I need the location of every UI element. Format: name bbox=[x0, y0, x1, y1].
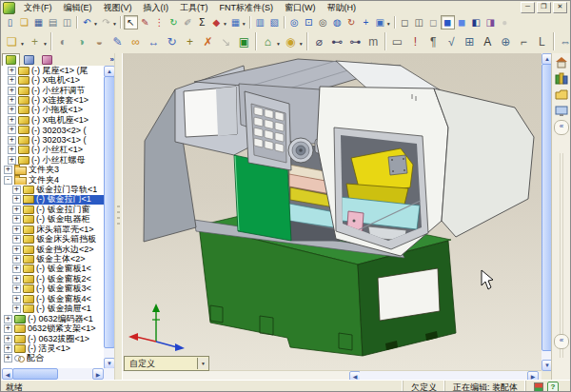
tree-item-8[interactable]: +(-) 小丝杠<1> bbox=[1, 146, 104, 155]
change-suppression-icon[interactable]: ◒ bbox=[90, 32, 108, 50]
save-icon[interactable]: ▦ bbox=[31, 15, 46, 29]
new-document-icon[interactable]: ▯ bbox=[3, 15, 17, 29]
hidden-lines-visible-icon[interactable]: ◫ bbox=[412, 15, 426, 29]
expand-icon[interactable]: + bbox=[8, 106, 16, 114]
tree-item-10[interactable]: +文件夹3 bbox=[1, 165, 104, 174]
tree-vertical-scrollbar[interactable]: ▲ ▼ bbox=[104, 66, 114, 368]
vertical-dimension-icon[interactable]: ⊶ bbox=[346, 32, 364, 50]
expand-icon[interactable]: + bbox=[8, 67, 16, 75]
menu-item-1[interactable]: 编辑(E) bbox=[58, 1, 98, 15]
tree-item-12[interactable]: +钣金拉门导轨<1 bbox=[1, 185, 104, 194]
tree-item-3[interactable]: +(-) X连接套<1> bbox=[1, 95, 104, 105]
design-library-icon[interactable] bbox=[554, 71, 569, 86]
smart-fastener-insert-icon[interactable]: + bbox=[26, 32, 44, 50]
datum-target-icon[interactable]: ⊕ bbox=[497, 32, 515, 50]
tree-item-14[interactable]: +(-) 钣金拉门窗 bbox=[1, 205, 104, 214]
tree-hscroll-thumb[interactable] bbox=[12, 368, 58, 380]
restore-button[interactable]: ❐ bbox=[537, 2, 551, 13]
edit-color-icon[interactable]: ◆ bbox=[209, 15, 224, 29]
expand-icon[interactable]: + bbox=[12, 206, 21, 214]
file-explorer-icon[interactable] bbox=[554, 88, 569, 102]
tree-item-22[interactable]: +(-) 钣金窗板3< bbox=[1, 284, 104, 294]
expand-icon[interactable]: + bbox=[4, 335, 12, 343]
tree-item-1[interactable]: +(-) X电机<1> bbox=[1, 75, 104, 85]
view-palette-icon[interactable] bbox=[554, 104, 569, 118]
shaded-with-edges-icon[interactable]: ◼ bbox=[441, 15, 455, 29]
geometric-tolerance-icon[interactable]: ⊞ bbox=[461, 32, 479, 50]
centerline-icon[interactable]: L bbox=[533, 32, 551, 50]
minimize-button[interactable]: ─ bbox=[521, 2, 535, 13]
expand-icon[interactable]: + bbox=[12, 186, 21, 194]
expand-icon[interactable]: + bbox=[4, 166, 12, 174]
expand-icon[interactable]: + bbox=[12, 195, 21, 204]
stacked-balloon-icon[interactable]: ¶ bbox=[424, 32, 443, 50]
measure-icon[interactable]: ✐ bbox=[181, 15, 195, 29]
tree-item-17[interactable]: +钣金床头箱挡板 bbox=[1, 234, 104, 244]
open-icon[interactable]: ❏ bbox=[17, 15, 31, 29]
solidworks-resources-icon[interactable] bbox=[554, 55, 569, 69]
change-transparency-icon[interactable]: ◑ bbox=[72, 32, 90, 50]
make-drawing-icon[interactable]: ▥ bbox=[253, 15, 267, 29]
menu-item-7[interactable]: 帮助(H) bbox=[322, 1, 363, 15]
make-assembly-icon[interactable]: ▧ bbox=[267, 15, 282, 29]
expand-icon[interactable]: + bbox=[8, 136, 16, 145]
menu-item-3[interactable]: 插入(I) bbox=[138, 1, 175, 15]
quick-tips-icon[interactable]: ? bbox=[547, 382, 559, 392]
interference-detection-icon[interactable]: ▣ bbox=[235, 32, 253, 50]
tree-item-9[interactable]: +(-) 小丝杠螺母 bbox=[1, 155, 104, 165]
collapse-icon[interactable]: - bbox=[4, 176, 12, 185]
featuremanager-tab[interactable] bbox=[2, 53, 20, 67]
menu-item-4[interactable]: 工具(T) bbox=[174, 1, 214, 15]
exploded-view-icon[interactable]: ✗ bbox=[199, 32, 217, 50]
pan-icon[interactable]: + bbox=[359, 15, 373, 29]
sketch-icon[interactable]: ✎ bbox=[138, 15, 152, 29]
model-items-icon[interactable]: m bbox=[364, 32, 383, 50]
shadows-in-shaded-icon[interactable]: ◧ bbox=[469, 15, 483, 29]
insert-component-icon[interactable]: ❏ bbox=[3, 32, 21, 50]
simulation-icon[interactable]: ⌂ bbox=[259, 32, 277, 50]
close-button[interactable]: ✕ bbox=[553, 2, 567, 13]
model-canvas[interactable] bbox=[123, 53, 541, 370]
undo-icon[interactable]: ↶ bbox=[80, 15, 94, 29]
tree-item-29[interactable]: +配合 bbox=[1, 354, 104, 363]
expand-icon[interactable]: + bbox=[4, 344, 12, 353]
menu-item-2[interactable]: 视图(V) bbox=[98, 1, 138, 15]
expand-icon[interactable]: + bbox=[8, 87, 16, 95]
equations-icon[interactable]: Σ bbox=[195, 15, 209, 29]
note-icon[interactable]: ▭ bbox=[388, 32, 406, 50]
tree-item-5[interactable]: +(-) X电机座<1> bbox=[1, 115, 104, 125]
expand-icon[interactable]: + bbox=[12, 265, 21, 273]
tree-item-28[interactable]: +(-) 活灵<1> bbox=[1, 343, 104, 353]
tree-item-13[interactable]: +(-) 钣金拉门<1 bbox=[1, 195, 104, 205]
texture-icon[interactable]: ▦ bbox=[228, 15, 243, 29]
expand-icon[interactable]: + bbox=[8, 156, 16, 165]
datum-feature-icon[interactable]: A bbox=[479, 32, 497, 50]
smart-dimension-icon[interactable]: ⌀ bbox=[310, 32, 328, 50]
print-preview-icon[interactable]: ◫ bbox=[60, 15, 74, 29]
expand-icon[interactable]: + bbox=[8, 76, 16, 85]
mate-icon[interactable]: ∞ bbox=[127, 32, 145, 50]
collapse-chevron[interactable]: « bbox=[554, 120, 569, 135]
balloon-icon[interactable]: ! bbox=[406, 32, 424, 50]
menu-item-5[interactable]: FNT标准件(S) bbox=[214, 1, 280, 15]
move-component-icon[interactable]: ↔ bbox=[145, 32, 163, 50]
rebuild-stoplight-icon[interactable]: ⋮ bbox=[152, 15, 167, 29]
texture-dropdown-icon[interactable]: ▼ bbox=[242, 21, 246, 27]
smart-fasteners-icon[interactable]: + bbox=[181, 32, 199, 50]
collapse-chevron[interactable]: « bbox=[554, 334, 569, 349]
simulation-dropdown-icon[interactable]: ▼ bbox=[276, 41, 281, 47]
smart-fastener-insert-dropdown-icon[interactable]: ▼ bbox=[43, 41, 48, 47]
tree-item-27[interactable]: +(-) 0632拔圈<1> bbox=[1, 334, 104, 343]
surface-finish-icon[interactable]: √ bbox=[443, 32, 461, 50]
center-mark-icon[interactable]: ⇔ bbox=[557, 32, 571, 50]
expand-icon[interactable]: + bbox=[12, 215, 21, 224]
expand-icon[interactable]: + bbox=[4, 354, 12, 363]
tree-item-0[interactable]: +(-) 尾座<1> (尾 bbox=[1, 66, 104, 75]
standard-views-icon[interactable]: ▣ bbox=[373, 15, 387, 29]
tree-item-15[interactable]: +(-) 钣金电器柜 bbox=[1, 215, 104, 225]
propertymanager-tab[interactable] bbox=[20, 53, 38, 67]
expand-icon[interactable]: + bbox=[8, 116, 16, 125]
tree-item-23[interactable]: +(-) 钣金窗板4< bbox=[1, 294, 104, 304]
horizontal-dimension-icon[interactable]: ⊷ bbox=[328, 32, 346, 50]
expand-icon[interactable]: + bbox=[4, 315, 12, 323]
